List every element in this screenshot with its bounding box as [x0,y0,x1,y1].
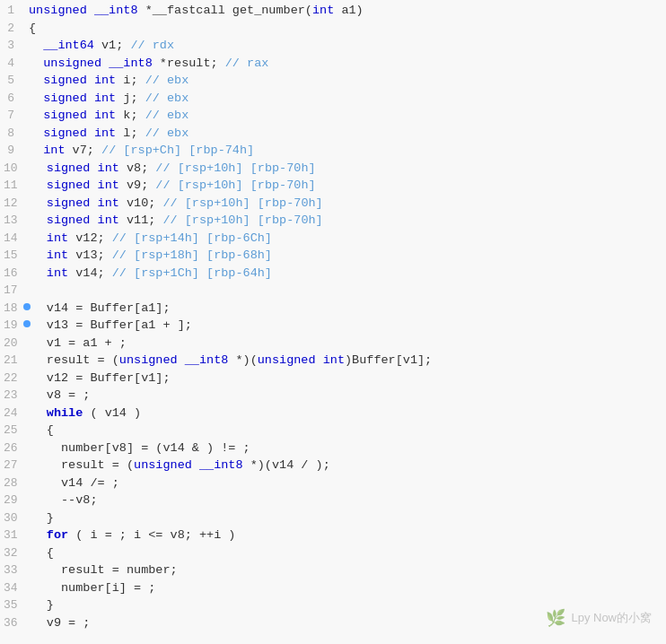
code-text: result = (unsigned __int8 *)(unsigned in… [31,353,666,367]
code-line: 3 __int64 v1; // rdx [0,39,666,57]
code-line: 27 result = (unsigned __int8 *)(v14 / ); [0,458,666,476]
line-number: 29 [0,493,23,507]
line-number: 22 [0,371,23,385]
code-line: 7 signed int k; // ebx [0,109,666,126]
line-indicator [23,318,31,332]
code-line: 22 v12 = Buffer[v1]; [0,371,666,389]
line-number: 21 [0,353,23,367]
code-line: 32 { [0,546,666,564]
code-text: signed int v8; // [rsp+10h] [rbp-70h] [31,161,666,175]
code-text: { [27,22,666,35]
line-number: 20 [0,336,23,350]
line-number: 5 [0,74,20,87]
code-line: 16 int v14; // [rsp+1Ch] [rbp-64h] [0,266,666,284]
code-line: 21 result = (unsigned __int8 *)(unsigned… [0,353,666,371]
code-line: 19 v13 = Buffer[a1 + ]; [0,318,666,336]
line-number: 10 [0,161,23,175]
code-line: 25 { [0,423,666,441]
code-text: unsigned __int8 *result; // rax [27,57,666,70]
line-number: 1 [0,4,20,17]
code-line: 10 signed int v8; // [rsp+10h] [rbp-70h] [0,161,666,179]
code-text: result = number; [31,563,666,577]
code-line: 24 while ( v14 ) [0,406,666,424]
line-number: 30 [0,511,23,525]
code-line: 14 int v12; // [rsp+14h] [rbp-6Ch] [0,231,666,249]
code-text: v1 = a1 + ; [31,336,666,350]
line-number: 36 [0,616,23,630]
code-line: 4 unsigned __int8 *result; // rax [0,57,666,74]
code-line: 15 int v13; // [rsp+18h] [rbp-68h] [0,248,666,266]
line-number: 3 [0,39,20,52]
code-text: signed int v11; // [rsp+10h] [rbp-70h] [31,213,666,227]
code-text: number[i] = ; [31,581,666,595]
line-number: 24 [0,406,23,420]
code-line: 23 v8 = ; [0,388,666,406]
line-number: 12 [0,196,23,210]
code-text: signed int i; // ebx [27,74,666,87]
code-line: 30 } [0,511,666,529]
code-line: 26 number[v8] = (v14 & ) != ; [0,441,666,459]
line-number: 7 [0,109,20,122]
line-number: 35 [0,598,23,612]
line-indicator [23,301,31,315]
code-text: v14 /= ; [31,476,666,490]
code-text: v12 = Buffer[v1]; [31,371,666,385]
line-number: 25 [0,423,23,437]
code-line: 17 [0,283,666,301]
code-text: signed int l; // ebx [27,126,666,140]
line-number: 14 [0,231,23,245]
code-text: while ( v14 ) [31,406,666,420]
line-number: 34 [0,581,23,595]
line-number: 26 [0,441,23,455]
line-number: 11 [0,178,23,192]
code-text: --v8; [31,493,666,507]
code-line: 13 signed int v11; // [rsp+10h] [rbp-70h… [0,213,666,231]
watermark: 🌿 Lpy Now的小窝 [546,608,652,628]
line-number: 19 [0,318,23,332]
code-line: 5 signed int i; // ebx [0,74,666,91]
code-text: result = (unsigned __int8 *)(v14 / ); [31,458,666,472]
line-number: 2 [0,22,20,35]
line-number: 4 [0,57,20,70]
code-text: int v7; // [rsp+Ch] [rbp-74h] [27,144,666,157]
code-text: int v12; // [rsp+14h] [rbp-6Ch] [31,231,666,245]
code-line: 28 v14 /= ; [0,476,666,494]
watermark-text: Lpy Now的小窝 [571,610,652,626]
code-text: { [31,423,666,437]
code-text: unsigned __int8 *__fastcall get_number(i… [27,4,666,17]
code-line: 20 v1 = a1 + ; [0,336,666,354]
line-number: 23 [0,388,23,402]
line-number: 33 [0,563,23,577]
code-text: signed int j; // ebx [27,91,666,105]
line-number: 16 [0,266,23,280]
code-text: __int64 v1; // rdx [27,39,666,52]
line-number: 27 [0,458,23,472]
code-text: number[v8] = (v14 & ) != ; [31,441,666,455]
code-line: 18 v14 = Buffer[a1]; [0,301,666,319]
code-text: signed int v10; // [rsp+10h] [rbp-70h] [31,196,666,210]
code-line: 2{ [0,22,666,39]
code-line: 1unsigned __int8 *__fastcall get_number(… [0,4,666,22]
code-text: signed int v9; // [rsp+10h] [rbp-70h] [31,178,666,192]
line-number: 28 [0,476,23,490]
code-line: 11 signed int v9; // [rsp+10h] [rbp-70h] [0,178,666,196]
code-text: int v14; // [rsp+1Ch] [rbp-64h] [31,266,666,280]
code-line: 8 signed int l; // ebx [0,126,666,144]
line-number: 15 [0,248,23,262]
code-text: for ( i = ; i <= v8; ++i ) [31,528,666,542]
code-text: signed int k; // ebx [27,109,666,122]
code-line: 6 signed int j; // ebx [0,91,666,109]
line-number: 8 [0,126,20,140]
line-number: 17 [0,283,23,297]
code-line: 34 number[i] = ; [0,581,666,599]
code-line: 31 for ( i = ; i <= v8; ++i ) [0,528,666,546]
line-number: 9 [0,144,20,157]
code-text: { [31,546,666,560]
code-text: v8 = ; [31,388,666,402]
line-number: 13 [0,213,23,227]
line-number: 18 [0,301,23,315]
code-text: int v13; // [rsp+18h] [rbp-68h] [31,248,666,262]
watermark-icon: 🌿 [546,608,565,628]
line-number: 6 [0,91,20,105]
code-line: 33 result = number; [0,563,666,581]
